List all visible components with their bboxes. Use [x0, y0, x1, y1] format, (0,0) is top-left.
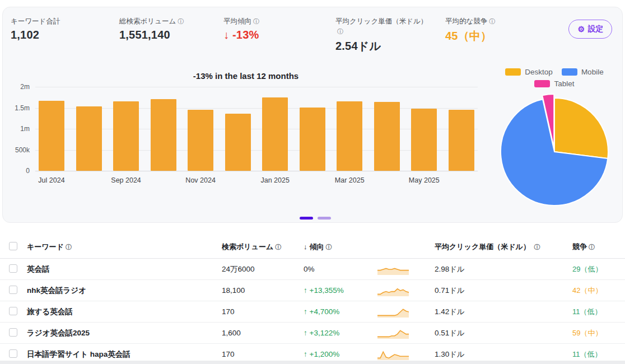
info-icon[interactable]: ⓘ [337, 27, 343, 36]
table-row[interactable]: 英会話 24万6000 0% 2.98ドル 29（低） [0, 259, 625, 280]
cpc-cell: 1.30ドル [435, 349, 572, 360]
row-checkbox[interactable] [9, 349, 17, 358]
row-checkbox[interactable] [9, 307, 17, 315]
trend-sparkline [377, 328, 435, 339]
x-tick-label: May 2025 [409, 176, 440, 184]
bar[interactable] [39, 101, 64, 171]
bar[interactable] [374, 102, 400, 171]
pie-legend: DesktopMobileTablet [492, 68, 617, 88]
bar-chart-bars [39, 87, 474, 171]
trend-cell: 0% [304, 265, 377, 273]
bar[interactable] [449, 110, 474, 171]
volume-cell: 1,600 [222, 329, 304, 337]
stat-label: 平均クリック単価（米ドル） ⓘ [335, 16, 434, 36]
legend-item[interactable]: Desktop [505, 68, 553, 76]
keyword-cell[interactable]: 英会話 [25, 264, 222, 274]
col-volume[interactable]: 検索ボリュームⓘ [222, 242, 304, 252]
bar[interactable] [262, 97, 288, 171]
bar[interactable] [225, 114, 251, 171]
stat-avg-cpc: 平均クリック単価（米ドル） ⓘ 2.54ドル [335, 16, 441, 54]
volume-cell: 170 [222, 307, 304, 316]
info-icon[interactable]: ⓘ [275, 243, 281, 251]
device-pie-area: DesktopMobileTablet [486, 66, 623, 225]
carousel-dot-active[interactable] [300, 217, 313, 220]
keyword-cell[interactable]: 日本語学習サイト hapa英会話 [25, 349, 222, 360]
stat-total-volume: 総検索ボリュームⓘ 1,551,140 [119, 16, 219, 41]
competition-cell: 42（中） [572, 286, 625, 296]
table-row[interactable]: nhk英会話ラジオ 18,100 ↑ +13,355% 0.71ドル 42（中） [0, 280, 625, 301]
keyword-cell[interactable]: nhk英会話ラジオ [25, 286, 222, 296]
volume-cell: 170 [222, 350, 304, 358]
keyword-cell[interactable]: 旅する英会話 [25, 307, 222, 317]
legend-item[interactable]: Tablet [534, 80, 574, 88]
stat-keyword-total: キーワード合計 1,102 [11, 16, 115, 41]
bar-chart-title: -13% in the last 12 months [8, 71, 483, 81]
info-icon[interactable]: ⓘ [66, 243, 72, 251]
stats-row: キーワード合計 1,102 総検索ボリュームⓘ 1,551,140 平均傾向ⓘ … [3, 7, 622, 54]
x-tick-label: Nov 2024 [185, 176, 216, 184]
col-keyword[interactable]: キーワードⓘ [25, 242, 222, 252]
competition-cell: 11（低） [572, 349, 625, 360]
row-checkbox[interactable] [9, 328, 17, 337]
info-icon[interactable]: ⓘ [489, 17, 495, 26]
bottom-divider [0, 361, 625, 364]
row-checkbox[interactable] [9, 286, 17, 294]
pie-slice-desktop[interactable] [554, 98, 608, 158]
keyword-cell[interactable]: ラジオ英会話2025 [25, 328, 222, 338]
select-all-checkbox[interactable] [9, 242, 17, 250]
table-body: 英会話 24万6000 0% 2.98ドル 29（低） nhk英会話ラジオ 18… [0, 259, 625, 364]
stat-avg-competition: 平均的な競争ⓘ 45（中） [445, 16, 564, 44]
bar[interactable] [337, 101, 362, 171]
stat-value: 2.54ドル [335, 39, 441, 54]
info-icon[interactable]: ⓘ [253, 17, 259, 26]
trend-cell: ↑ +13,355% [304, 286, 377, 295]
bar-chart-x-axis: Jul 2024Sep 2024Nov 2024Jan 2025Mar 2025… [39, 176, 474, 186]
volume-cell: 24万6000 [222, 264, 304, 274]
info-icon[interactable]: ⓘ [534, 243, 540, 251]
bar[interactable] [151, 99, 176, 171]
row-checkbox[interactable] [9, 264, 17, 273]
legend-swatch [505, 68, 521, 76]
trend-cell: ↑ +4,700% [304, 307, 377, 316]
cpc-cell: 1.42ドル [435, 307, 572, 317]
cpc-cell: 0.71ドル [435, 286, 572, 296]
cpc-cell: 0.51ドル [435, 328, 572, 338]
stat-value: 45（中） [445, 29, 564, 44]
col-cpc[interactable]: 平均クリック単価（米ドル） ⓘ [435, 242, 572, 252]
settings-button[interactable]: ⚙ 設定 [568, 20, 612, 39]
legend-label: Mobile [581, 68, 604, 76]
bar[interactable] [411, 109, 437, 171]
legend-label: Tablet [554, 80, 574, 88]
bar[interactable] [300, 108, 325, 171]
search-volume-bar-chart: -13% in the last 12 months 2m 1.5m 1m 50… [8, 68, 483, 191]
x-tick-label: Sep 2024 [111, 176, 141, 184]
summary-card: キーワード合計 1,102 総検索ボリュームⓘ 1,551,140 平均傾向ⓘ … [2, 7, 623, 223]
volume-cell: 18,100 [222, 286, 304, 295]
table-header-row: キーワードⓘ 検索ボリュームⓘ ↓傾向ⓘ 平均クリック単価（米ドル） ⓘ 競争ⓘ [0, 235, 625, 259]
stat-label: 平均的な競争ⓘ [445, 16, 564, 26]
stat-value: 1,102 [11, 29, 115, 41]
bar[interactable] [113, 101, 139, 171]
legend-item[interactable]: Mobile [562, 68, 604, 76]
competition-cell: 29（低） [572, 264, 625, 274]
bar-chart-y-axis: 2m 1.5m 1m 500k 0 [8, 87, 32, 171]
trend-sparkline [377, 285, 435, 296]
legend-label: Desktop [525, 68, 553, 76]
table-row[interactable]: ラジオ英会話2025 1,600 ↑ +3,122% 0.51ドル 59（中） [0, 323, 625, 344]
stat-value: 1,551,140 [119, 29, 219, 41]
info-icon[interactable]: ⓘ [326, 243, 332, 251]
bar-chart-plot [35, 87, 478, 171]
info-icon[interactable]: ⓘ [589, 243, 595, 251]
bar[interactable] [76, 106, 102, 171]
bar[interactable] [188, 110, 213, 171]
carousel-indicator [3, 217, 625, 220]
carousel-dot[interactable] [318, 217, 331, 220]
col-competition[interactable]: 競争ⓘ [572, 242, 625, 252]
stat-label: キーワード合計 [11, 16, 115, 26]
table-row[interactable]: 旅する英会話 170 ↑ +4,700% 1.42ドル 11（低） [0, 301, 625, 323]
device-pie-chart[interactable] [492, 89, 617, 214]
col-trend[interactable]: ↓傾向ⓘ [304, 242, 377, 252]
info-icon[interactable]: ⓘ [178, 17, 184, 26]
x-tick-label: Mar 2025 [335, 176, 365, 184]
competition-cell: 11（低） [572, 307, 625, 317]
